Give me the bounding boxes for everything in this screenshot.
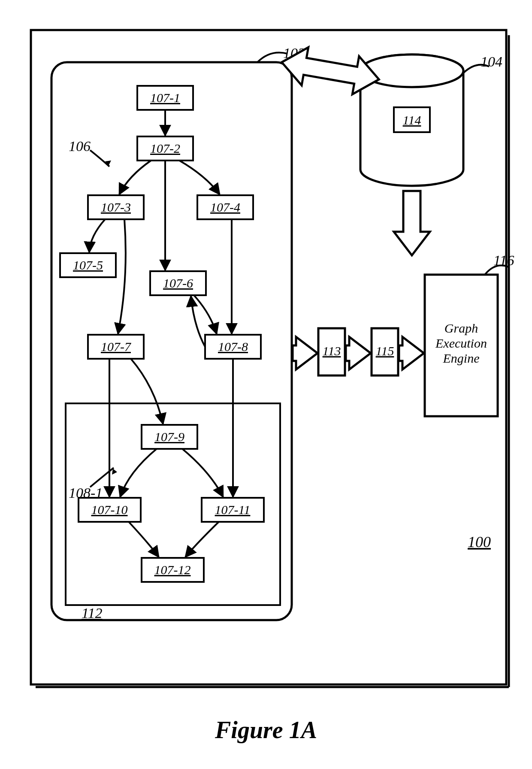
node-107-3: 107-3 [88,195,144,219]
compiler-b-ref: 115 [376,344,394,358]
node-107-4: 107-4 [197,195,253,219]
svg-text:107-6: 107-6 [163,276,193,290]
svg-text:Graph: Graph [444,321,478,335]
node-107-1: 107-1 [137,86,193,110]
svg-text:107-12: 107-12 [154,563,191,577]
svg-text:107-8: 107-8 [218,339,248,354]
node-107-11: 107-11 [202,498,264,522]
node-107-10: 107-10 [79,498,141,522]
subgraph-box-ref: 112 [82,605,102,621]
svg-text:107-9: 107-9 [154,430,184,444]
svg-text:107-7: 107-7 [101,339,132,354]
node-107-8: 107-8 [205,335,261,359]
system-ref: 100 [468,533,491,551]
node-107-5: 107-5 [60,253,116,277]
db-inner-ref: 114 [403,113,421,127]
svg-text:106: 106 [69,138,91,154]
svg-text:107-10: 107-10 [91,503,128,517]
svg-text:107-11: 107-11 [215,503,251,517]
svg-text:Execution: Execution [435,336,487,350]
node-107-6: 107-6 [150,271,206,295]
figure-1a: 100 102 106 112 108-1 107-1 107-2 107-3 … [0,0,532,769]
node-107-12: 107-12 [142,558,204,582]
svg-text:107-2: 107-2 [150,141,180,155]
node-107-9: 107-9 [142,425,197,449]
engine-ref: 116 [493,252,514,268]
db-ref: 104 [481,54,502,70]
node-107-7: 107-7 [88,335,144,359]
compiler-a-ref: 113 [323,344,341,358]
figure-caption: Figure 1A [215,717,317,743]
svg-text:107-5: 107-5 [73,258,103,272]
svg-text:107-4: 107-4 [210,200,240,214]
svg-text:107-3: 107-3 [101,200,131,214]
node-107-2: 107-2 [137,136,193,160]
svg-text:107-1: 107-1 [150,91,180,105]
panel-102: 102 [51,45,305,620]
svg-text:Engine: Engine [443,351,480,365]
